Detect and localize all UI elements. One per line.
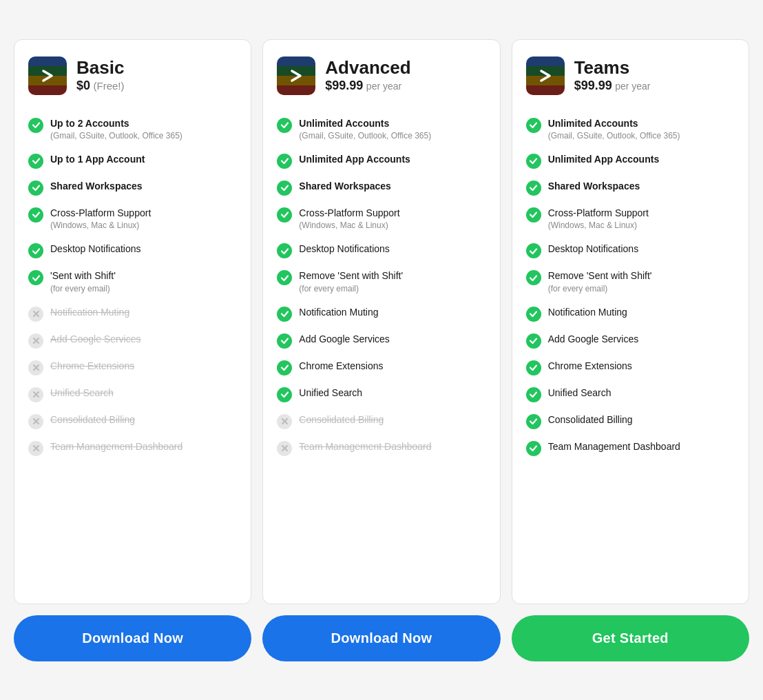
feature-text: Unlimited Accounts(Gmail, GSuite, Outloo… xyxy=(299,117,431,142)
feature-item: Up to 2 Accounts(Gmail, GSuite, Outlook,… xyxy=(28,112,237,147)
feature-item: Remove 'Sent with Shift'(for every email… xyxy=(526,264,735,300)
plan-card-teams: Teams$99.99 per year Unlimited Accounts(… xyxy=(512,39,749,604)
feature-item: Add Google Services xyxy=(28,327,237,354)
check-icon xyxy=(277,118,292,133)
feature-text: Consolidated Billing xyxy=(50,413,135,427)
check-icon xyxy=(526,181,541,196)
feature-item: Unlimited Accounts(Gmail, GSuite, Outloo… xyxy=(277,112,485,147)
check-icon xyxy=(526,270,541,285)
x-icon xyxy=(277,441,292,456)
feature-text: Notification Muting xyxy=(299,306,378,320)
check-icon xyxy=(526,441,541,456)
check-icon xyxy=(277,270,292,285)
check-icon xyxy=(277,207,292,223)
plan-name-basic: Basic xyxy=(76,58,124,78)
feature-item: Cross-Platform Support(Windows, Mac & Li… xyxy=(28,201,237,237)
cta-button-advanced[interactable]: Download Now xyxy=(262,615,500,661)
feature-item: Team Management Dashboard xyxy=(526,435,735,462)
feature-item: Unified Search xyxy=(277,381,485,408)
feature-item: Notification Muting xyxy=(277,300,485,327)
check-icon xyxy=(277,333,292,349)
feature-item: Desktop Notifications xyxy=(526,237,735,264)
feature-text: Chrome Extensions xyxy=(548,360,632,373)
feature-text: Desktop Notifications xyxy=(299,243,390,256)
check-icon xyxy=(526,387,541,402)
plan-name-advanced: Advanced xyxy=(325,58,410,78)
plan-logo-teams xyxy=(526,56,565,95)
feature-item: Up to 1 App Account xyxy=(28,147,237,174)
feature-item: Unified Search xyxy=(28,381,237,408)
check-icon xyxy=(28,154,43,169)
feature-text: Consolidated Billing xyxy=(548,413,633,427)
check-icon xyxy=(277,181,292,196)
check-icon xyxy=(526,118,541,133)
feature-text: Up to 1 App Account xyxy=(50,153,145,167)
check-icon xyxy=(526,307,541,322)
check-icon xyxy=(277,307,292,322)
feature-text: Desktop Notifications xyxy=(50,243,141,256)
x-icon xyxy=(28,360,43,375)
feature-text: Notification Muting xyxy=(548,306,627,320)
check-icon xyxy=(526,333,541,349)
check-icon xyxy=(28,207,43,223)
feature-text: Unified Search xyxy=(299,387,362,400)
feature-text: Unlimited Accounts(Gmail, GSuite, Outloo… xyxy=(548,117,680,142)
plan-price-advanced: $99.99 per year xyxy=(325,79,410,93)
feature-item: Cross-Platform Support(Windows, Mac & Li… xyxy=(277,201,485,237)
feature-item: 'Sent with Shift'(for every email) xyxy=(28,264,237,300)
feature-item: Chrome Extensions xyxy=(277,354,485,381)
check-icon xyxy=(526,207,541,223)
x-icon xyxy=(277,414,292,429)
pricing-container: Basic$0 (Free!) Up to 2 Accounts(Gmail, … xyxy=(14,39,749,604)
plan-name-teams: Teams xyxy=(574,58,651,78)
feature-text: Chrome Extensions xyxy=(299,360,383,373)
feature-item: Desktop Notifications xyxy=(28,237,237,264)
feature-text: Add Google Services xyxy=(299,333,390,347)
check-icon xyxy=(526,154,541,169)
cta-button-basic[interactable]: Download Now xyxy=(14,615,251,661)
feature-item: Desktop Notifications xyxy=(277,237,485,264)
plan-price-teams: $99.99 per year xyxy=(574,79,651,93)
feature-text: Shared Workspaces xyxy=(548,180,640,194)
plan-card-basic: Basic$0 (Free!) Up to 2 Accounts(Gmail, … xyxy=(14,39,251,604)
feature-text: Unified Search xyxy=(548,387,612,400)
feature-text: Cross-Platform Support(Windows, Mac & Li… xyxy=(299,207,399,231)
check-icon xyxy=(277,154,292,169)
plan-header-advanced: Advanced$99.99 per year xyxy=(277,56,485,95)
feature-item: Unified Search xyxy=(526,381,735,408)
check-icon xyxy=(28,243,43,258)
feature-item: Chrome Extensions xyxy=(28,354,237,381)
feature-text: Chrome Extensions xyxy=(50,360,134,373)
feature-item: Consolidated Billing xyxy=(28,408,237,435)
feature-text: Up to 2 Accounts(Gmail, GSuite, Outlook,… xyxy=(50,117,182,142)
feature-item: Add Google Services xyxy=(526,327,735,354)
feature-item: Shared Workspaces xyxy=(277,174,485,201)
plan-logo-advanced xyxy=(277,56,315,95)
features-list-teams: Unlimited Accounts(Gmail, GSuite, Outloo… xyxy=(526,112,735,587)
feature-item: Add Google Services xyxy=(277,327,485,354)
cta-button-teams[interactable]: Get Started xyxy=(512,615,749,661)
feature-item: Team Management Dashboard xyxy=(277,435,485,462)
feature-text: Cross-Platform Support(Windows, Mac & Li… xyxy=(50,207,151,231)
feature-text: Shared Workspaces xyxy=(50,180,143,194)
feature-text: Unlimited App Accounts xyxy=(548,153,660,167)
check-icon xyxy=(28,181,43,196)
features-list-basic: Up to 2 Accounts(Gmail, GSuite, Outlook,… xyxy=(28,112,237,587)
plan-card-advanced: Advanced$99.99 per year Unlimited Accoun… xyxy=(262,39,500,604)
feature-item: Cross-Platform Support(Windows, Mac & Li… xyxy=(526,201,735,237)
plan-name-block-teams: Teams$99.99 per year xyxy=(574,58,651,94)
feature-text: Team Management Dashboard xyxy=(50,440,182,454)
feature-text: Shared Workspaces xyxy=(299,180,391,194)
feature-text: Team Management Dashboard xyxy=(299,440,431,454)
feature-item: Consolidated Billing xyxy=(277,408,485,435)
check-icon xyxy=(277,360,292,375)
feature-item: Unlimited Accounts(Gmail, GSuite, Outloo… xyxy=(526,112,735,147)
feature-text: Unified Search xyxy=(50,387,114,400)
feature-text: Remove 'Sent with Shift'(for every email… xyxy=(548,269,652,294)
feature-text: Consolidated Billing xyxy=(299,413,384,427)
feature-item: Team Management Dashboard xyxy=(28,435,237,462)
check-icon xyxy=(526,243,541,258)
feature-item: Consolidated Billing xyxy=(526,408,735,435)
plan-logo-basic xyxy=(28,56,67,95)
feature-item: Remove 'Sent with Shift'(for every email… xyxy=(277,264,485,300)
